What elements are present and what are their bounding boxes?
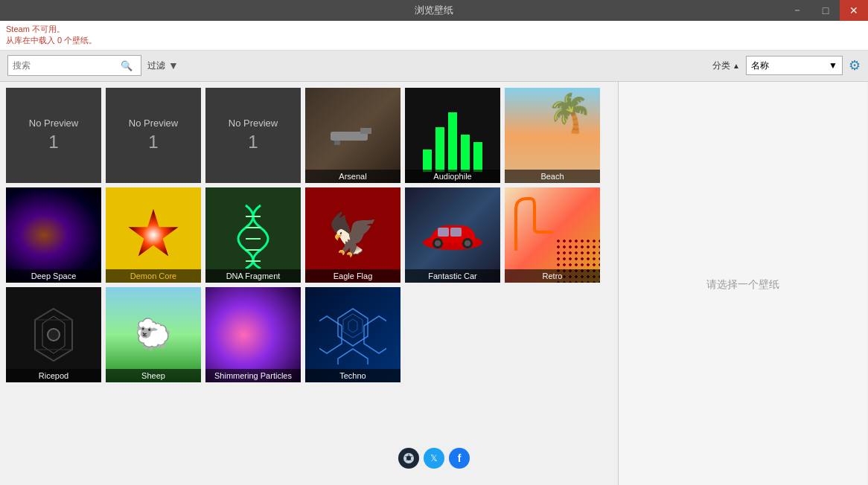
list-item[interactable]: 🐑 Sheep: [106, 287, 201, 382]
wallpaper-label: Beach: [505, 170, 600, 183]
steam-error-line2: 从库在中载入 0 个壁纸。: [6, 35, 862, 46]
filter-label: 过滤: [147, 60, 165, 72]
search-input[interactable]: [13, 60, 121, 71]
list-item[interactable]: Audiophile: [405, 88, 500, 183]
no-preview-bg: No Preview 1: [205, 88, 301, 183]
no-preview-bg: No Preview 1: [106, 88, 201, 183]
list-item[interactable]: Ricepod: [6, 287, 101, 382]
wallpaper-label: Eagle Flag: [305, 269, 401, 283]
no-preview-bg: No Preview 1: [6, 88, 101, 183]
svg-point-12: [435, 240, 441, 246]
wallpaper-label: Ricepod: [6, 369, 101, 382]
minimize-button[interactable]: －: [783, 0, 811, 21]
list-item[interactable]: Demon Core: [106, 187, 201, 283]
steam-error-line1: Steam 不可用。: [6, 24, 862, 35]
wallpaper-label: Audiophile: [405, 170, 500, 183]
wallpaper-label: DNA Fragment: [205, 269, 301, 283]
list-item[interactable]: Deep Space: [6, 187, 101, 283]
wallpaper-label: Retro: [505, 269, 600, 283]
list-item[interactable]: Techno: [305, 287, 401, 382]
right-panel-placeholder: 请选择一个壁纸: [706, 278, 779, 292]
ricepod-bg: [6, 287, 101, 382]
sheep-icon: 🐑: [135, 317, 172, 352]
sort-dropdown[interactable]: 名称 ▼: [746, 56, 843, 75]
wallpaper-label: Sheep: [106, 369, 201, 382]
arsenal-bg: [305, 88, 401, 183]
car-bg: [405, 187, 500, 283]
maximize-button[interactable]: □: [811, 0, 840, 21]
beach-palm-icon: 🌴: [546, 91, 593, 135]
audiophile-bg: [405, 88, 500, 183]
demoncore-bg: [106, 187, 201, 283]
svg-rect-9: [438, 228, 449, 237]
wallpaper-label: Arsenal: [305, 170, 401, 183]
list-item[interactable]: Retro: [505, 187, 600, 283]
title-bar: 浏览壁纸 － □ ✕: [0, 0, 868, 21]
svg-point-14: [465, 240, 470, 246]
wallpaper-label: Techno: [305, 369, 401, 382]
filter-button[interactable]: 过滤 ▼: [147, 60, 179, 72]
eagle-bg: 🦅: [305, 187, 401, 283]
svg-marker-21: [343, 314, 363, 338]
steam-social-icon[interactable]: [398, 448, 419, 469]
sheep-bg: 🐑: [106, 287, 201, 382]
svg-point-19: [48, 329, 60, 341]
list-item[interactable]: No Preview 1: [6, 88, 101, 183]
eagle-icon: 🦅: [328, 211, 379, 259]
sort-value: 名称: [751, 60, 769, 72]
list-item[interactable]: DNA Fragment: [205, 187, 301, 283]
dna-bg: [205, 187, 301, 283]
wallpaper-label: Shimmering Particles: [205, 369, 301, 382]
right-panel: 请选择一个壁纸: [618, 82, 867, 485]
wallpaper-label: Deep Space: [6, 269, 101, 283]
list-item[interactable]: No Preview 1: [205, 88, 301, 183]
svg-marker-23: [338, 349, 368, 364]
toolbar-right: 分类 ▲ 名称 ▼ ⚙: [712, 56, 861, 75]
svg-rect-10: [450, 228, 462, 237]
close-button[interactable]: ✕: [840, 0, 868, 21]
svg-rect-2: [334, 141, 340, 145]
shimmer-bg: [205, 287, 301, 382]
window-title: 浏览壁纸: [415, 4, 453, 17]
social-icons: 𝕏 f: [398, 448, 470, 469]
svg-rect-1: [360, 128, 371, 134]
content-area: No Preview 1 No Preview 1 No Preview 1: [0, 82, 868, 485]
sort-label: 分类 ▲: [712, 60, 740, 72]
search-icon[interactable]: 🔍: [121, 60, 133, 71]
settings-button[interactable]: ⚙: [849, 57, 861, 74]
search-box[interactable]: 🔍: [7, 55, 141, 76]
wallpaper-label: Fantastic Car: [405, 269, 500, 283]
beach-bg: 🌴: [505, 88, 600, 183]
list-item[interactable]: No Preview 1: [106, 88, 201, 183]
twitter-social-icon[interactable]: 𝕏: [424, 448, 444, 469]
sort-arrow-icon: ▲: [733, 62, 740, 70]
wallpaper-grid: No Preview 1 No Preview 1 No Preview 1: [0, 82, 618, 485]
dropdown-chevron-icon: ▼: [829, 60, 837, 71]
deepspace-bg: [6, 187, 101, 283]
retro-bg: [505, 187, 600, 283]
svg-marker-22: [348, 319, 357, 333]
wallpaper-label: Demon Core: [106, 269, 201, 283]
list-item[interactable]: Arsenal: [305, 88, 401, 183]
list-item[interactable]: Shimmering Particles: [205, 287, 301, 382]
filter-icon: ▼: [168, 60, 179, 71]
list-item[interactable]: 🦅 Eagle Flag: [305, 187, 401, 283]
window-controls: － □ ✕: [783, 0, 868, 21]
main-content: 🔍 过滤 ▼ 分类 ▲ 名称 ▼ ⚙ No Preview 1: [0, 51, 868, 485]
techno-bg: [305, 287, 401, 382]
list-item[interactable]: 🌴 Beach: [505, 88, 600, 183]
steam-error-bar: Steam 不可用。 从库在中载入 0 个壁纸。: [0, 21, 868, 51]
facebook-social-icon[interactable]: f: [449, 448, 470, 469]
list-item[interactable]: Fantastic Car: [405, 187, 500, 283]
toolbar: 🔍 过滤 ▼ 分类 ▲ 名称 ▼ ⚙: [0, 51, 868, 82]
